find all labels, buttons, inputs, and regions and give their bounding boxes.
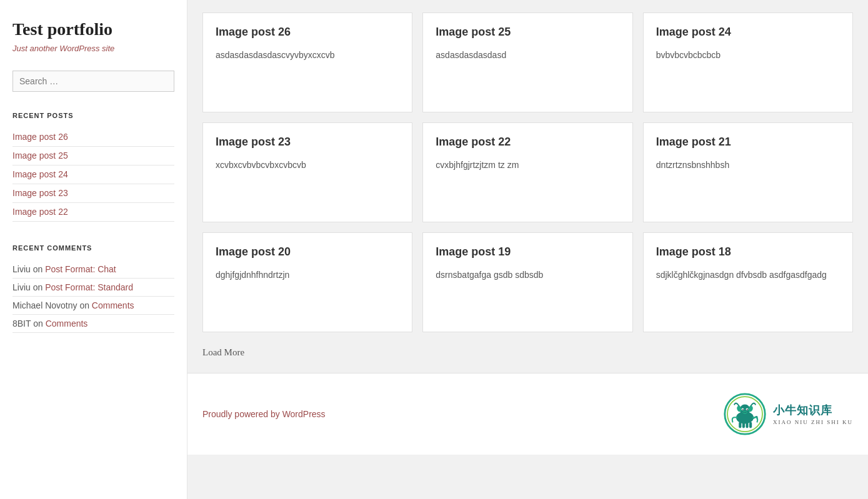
comment-item-2: Liviu on Post Format: Standard	[12, 279, 174, 297]
recent-post-link-2[interactable]: Image post 25	[12, 151, 68, 161]
recent-post-link-3[interactable]: Image post 24	[12, 169, 68, 179]
svg-point-9	[747, 409, 748, 410]
load-more-button[interactable]: Load More	[202, 347, 244, 358]
list-item: Image post 23	[12, 184, 174, 203]
post-title-4: Image post 23	[216, 136, 399, 149]
list-item: Image post 25	[12, 147, 174, 166]
post-excerpt-7: dghjfgjdnhfhndrtzjn	[216, 269, 399, 282]
comment-item-1: Liviu on Post Format: Chat	[12, 260, 174, 279]
site-title: Test portfolio	[12, 19, 174, 40]
list-item: Image post 26	[12, 128, 174, 147]
comment-author-4: 8BIT	[12, 319, 31, 329]
comment-on-1: on	[33, 264, 45, 274]
post-excerpt-4: xcvbxcvbvbcvbxcvbcvb	[216, 159, 399, 172]
recent-post-link-4[interactable]: Image post 23	[12, 188, 68, 198]
post-card-8: Image post 19 dsrnsbatgafga gsdb sdbsdb	[422, 232, 632, 332]
post-card-4: Image post 23 xcvbxcvbvbcvbxcvbcvb	[202, 122, 412, 222]
post-excerpt-5: cvxbjhfgjrtzjtzm tz zm	[436, 159, 619, 172]
comment-post-link-1[interactable]: Post Format: Chat	[45, 264, 116, 274]
comment-item-3: Michael Novotny on Comments	[12, 297, 174, 315]
post-card-2: Image post 25 asdasdasdasdasd	[422, 12, 632, 112]
post-card-7: Image post 20 dghjfgjdnhfhndrtzjn	[202, 232, 412, 332]
footer-logo-text-area: 小牛知识库 XIAO NIU ZHI SHI KU	[773, 403, 853, 425]
post-card-1: Image post 26 asdasdasdasdascvyvbyxcxcvb	[202, 12, 412, 112]
comment-item-4: 8BIT on Comments	[12, 315, 174, 333]
svg-point-10	[743, 411, 747, 414]
footer: Proudly powered by WordPress	[187, 373, 868, 455]
recent-posts-heading: RECENT POSTS	[12, 112, 174, 119]
footer-logo-icon	[723, 392, 767, 436]
post-title-2: Image post 25	[436, 26, 619, 39]
svg-rect-16	[749, 422, 752, 428]
posts-area: Image post 26 asdasdasdasdascvyvbyxcxcvb…	[202, 12, 853, 373]
recent-comments-heading: RECENT COMMENTS	[12, 244, 174, 252]
search-input[interactable]	[12, 71, 174, 92]
post-excerpt-8: dsrnsbatgafga gsdb sdbsdb	[436, 269, 619, 282]
list-item: Image post 22	[12, 203, 174, 222]
recent-post-link-5[interactable]: Image post 22	[12, 207, 68, 217]
list-item: Image post 24	[12, 166, 174, 184]
post-title-5: Image post 22	[436, 136, 619, 149]
post-excerpt-3: bvbvbcvbcbcbcb	[656, 49, 840, 62]
main-content: Image post 26 asdasdasdasdascvyvbyxcxcvb…	[187, 0, 868, 499]
post-card-5: Image post 22 cvxbjhfgjrtzjtzm tz zm	[422, 122, 632, 222]
comment-on-2: on	[33, 282, 45, 292]
recent-posts-section: RECENT POSTS Image post 26 Image post 25…	[12, 112, 174, 222]
post-title-3: Image post 24	[656, 26, 840, 39]
footer-credit: Proudly powered by WordPress	[202, 409, 326, 419]
comment-author-2: Liviu	[12, 282, 31, 292]
recent-post-link-1[interactable]: Image post 26	[12, 132, 68, 142]
post-excerpt-6: dntzrtznsbnshhbsh	[656, 159, 840, 172]
post-title-8: Image post 19	[436, 245, 619, 259]
post-excerpt-2: asdasdasdasdasd	[436, 49, 619, 62]
post-title-1: Image post 26	[216, 26, 399, 39]
footer-logo-area: 小牛知识库 XIAO NIU ZHI SHI KU	[723, 392, 853, 436]
comment-on-4: on	[33, 319, 45, 329]
comment-author-3: Michael Novotny	[12, 300, 77, 310]
post-title-6: Image post 21	[656, 136, 840, 149]
recent-comments-section: RECENT COMMENTS Liviu on Post Format: Ch…	[12, 244, 174, 333]
post-excerpt-1: asdasdasdasdascvyvbyxcxcvb	[216, 49, 399, 62]
post-excerpt-9: sdjklčghlčkgjnasdgn dfvbsdb asdfgasdfgad…	[656, 269, 840, 282]
post-card-3: Image post 24 bvbvbcvbcbcbcb	[643, 12, 853, 112]
svg-point-12	[745, 412, 746, 413]
svg-rect-13	[739, 422, 741, 428]
footer-logo-sub: XIAO NIU ZHI SHI KU	[773, 419, 853, 425]
svg-rect-14	[742, 422, 745, 428]
post-title-9: Image post 18	[656, 245, 840, 259]
comment-post-link-4[interactable]: Comments	[46, 319, 88, 329]
recent-posts-list: Image post 26 Image post 25 Image post 2…	[12, 128, 174, 222]
site-tagline: Just another WordPress site	[12, 44, 174, 53]
svg-point-8	[742, 409, 744, 410]
svg-point-11	[744, 412, 745, 413]
post-card-6: Image post 21 dntzrtznsbnshhbsh	[643, 122, 853, 222]
svg-rect-15	[746, 422, 748, 428]
post-title-7: Image post 20	[216, 245, 399, 259]
comment-on-3: on	[79, 300, 91, 310]
comment-post-link-3[interactable]: Comments	[92, 300, 134, 310]
footer-logo-text: 小牛知识库	[773, 404, 832, 417]
comment-post-link-2[interactable]: Post Format: Standard	[45, 282, 133, 292]
posts-grid: Image post 26 asdasdasdasdascvyvbyxcxcvb…	[202, 12, 853, 332]
sidebar: Test portfolio Just another WordPress si…	[0, 0, 187, 499]
post-card-9: Image post 18 sdjklčghlčkgjnasdgn dfvbsd…	[643, 232, 853, 332]
comment-author-1: Liviu	[12, 264, 31, 274]
